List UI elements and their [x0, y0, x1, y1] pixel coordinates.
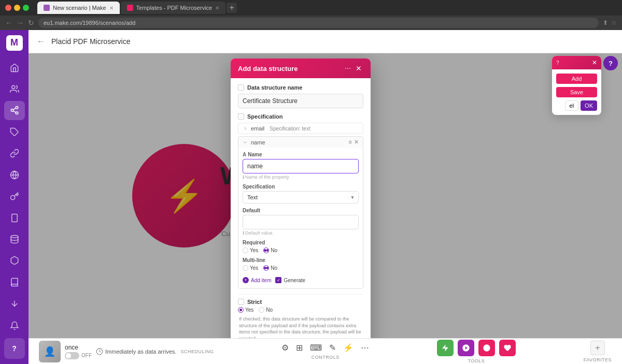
- spec-item-email[interactable]: email Specification: text: [238, 123, 363, 134]
- secondary-panel-body: Add Save el OK: [552, 69, 601, 115]
- specification-select[interactable]: Text Number Boolean Date Array Object: [243, 191, 359, 203]
- modal-close-icon[interactable]: ✕: [354, 64, 363, 73]
- secondary-cancel-button[interactable]: el: [565, 100, 579, 111]
- sidebar-logo[interactable]: M: [6, 35, 23, 51]
- name-hint-text: Name of the property.: [245, 174, 290, 180]
- default-field-input[interactable]: [243, 215, 359, 229]
- scheduling-toggle[interactable]: [65, 352, 79, 359]
- sidebar-item-bell[interactable]: [4, 315, 25, 336]
- more-icon[interactable]: ⋯: [361, 343, 369, 353]
- share-nav-icon[interactable]: ⬆: [603, 19, 608, 26]
- help-bubble[interactable]: ?: [603, 56, 618, 70]
- secondary-add-button[interactable]: Add: [556, 74, 597, 84]
- add-item-container: + Add item: [243, 277, 271, 283]
- required-label: Required: [243, 240, 359, 245]
- multiline-yes-label: Yes: [250, 265, 258, 271]
- data-structure-name-input[interactable]: [238, 94, 363, 108]
- tab-close-pdf[interactable]: ✕: [215, 5, 219, 11]
- sidebar-item-help[interactable]: ?: [4, 338, 25, 359]
- sidebar-item-device[interactable]: [4, 208, 25, 227]
- keyboard-icon[interactable]: ⌨: [310, 343, 322, 353]
- multiline-no-label: No: [271, 265, 277, 271]
- add-item-row: + Add item ✓ Generate: [243, 275, 359, 284]
- strict-no-radio[interactable]: [259, 307, 264, 313]
- bookmark-icon[interactable]: ☆: [611, 19, 617, 26]
- sidebar-item-puzzle[interactable]: [4, 122, 25, 141]
- multiline-no-option[interactable]: No: [263, 265, 277, 271]
- name-item-menu-icon[interactable]: ≡: [349, 139, 352, 145]
- add-data-structure-modal: Add data structure ⋯ ✕ Data structure na…: [231, 59, 371, 338]
- immediately-text: Immediately as data arrives.: [105, 348, 177, 355]
- reload-button[interactable]: ↻: [28, 19, 34, 27]
- tab-make[interactable]: New scenario | Make ✕: [37, 2, 120, 14]
- multiline-no-radio[interactable]: [263, 265, 269, 271]
- modal-overlay: Add data structure ⋯ ✕ Data structure na…: [29, 53, 622, 338]
- name-item-close-icon[interactable]: ✕: [354, 139, 359, 145]
- tools-icons: [437, 340, 516, 356]
- tab-close-make[interactable]: ✕: [109, 5, 114, 11]
- maximize-dot[interactable]: [23, 5, 29, 11]
- sidebar-item-book[interactable]: [4, 272, 25, 292]
- sidebar-item-home[interactable]: [4, 58, 25, 77]
- default-field-hint: ℹ Default value.: [243, 230, 359, 236]
- data-structure-name-section: Data structure name: [238, 84, 363, 108]
- tab-label-make: New scenario | Make: [53, 5, 106, 11]
- sidebar-item-share[interactable]: [4, 101, 25, 120]
- add-favorite-button[interactable]: +: [590, 341, 605, 355]
- spec-type-email: Specification: text: [270, 126, 310, 132]
- tools-green-icon[interactable]: [437, 340, 454, 356]
- strict-yes-radio[interactable]: [238, 307, 244, 313]
- sidebar-item-globe[interactable]: [4, 165, 25, 184]
- grid-icon[interactable]: ⊞: [296, 343, 303, 353]
- strict-checkbox[interactable]: [238, 299, 244, 305]
- tab-pdf[interactable]: Templates - PDF Microservice ✕: [121, 2, 226, 14]
- sidebar-item-box[interactable]: [4, 251, 25, 270]
- name-field-input[interactable]: [243, 159, 359, 173]
- tools-red2-icon[interactable]: [499, 340, 516, 356]
- required-radio-group: Yes No: [243, 247, 359, 253]
- hint-icon: ℹ: [243, 174, 244, 180]
- sidebar-item-branch[interactable]: [4, 294, 25, 313]
- content-area: ← Placid PDF Microservice ⚡ W Cu Add dat…: [29, 30, 622, 364]
- flow-icon[interactable]: ⚡: [343, 343, 354, 353]
- minimize-dot[interactable]: [14, 5, 20, 11]
- immediately-section: Immediately as data arrives.: [96, 348, 177, 355]
- toggle-row: OFF: [65, 352, 92, 359]
- required-yes-option[interactable]: Yes: [243, 247, 258, 253]
- required-yes-radio[interactable]: [243, 247, 248, 253]
- required-no-option[interactable]: No: [263, 247, 277, 253]
- back-button[interactable]: ←: [5, 19, 12, 27]
- back-button[interactable]: ←: [37, 37, 45, 46]
- required-no-radio[interactable]: [263, 247, 269, 253]
- spec-key-email: email: [251, 125, 264, 132]
- new-tab-button[interactable]: +: [227, 3, 237, 13]
- tools-red-icon[interactable]: [478, 340, 495, 356]
- default-field-label: Default: [243, 208, 359, 213]
- secondary-ok-button[interactable]: OK: [581, 100, 597, 111]
- spec-key-name: name: [251, 139, 265, 145]
- svg-point-1: [16, 107, 18, 109]
- add-item-button[interactable]: Add item: [251, 278, 271, 283]
- multiline-yes-radio[interactable]: [243, 265, 248, 271]
- settings-icon[interactable]: ⚙: [281, 343, 289, 353]
- sidebar-item-key[interactable]: [4, 186, 25, 206]
- sidebar-item-database[interactable]: [4, 229, 25, 249]
- forward-button[interactable]: →: [17, 19, 24, 27]
- strict-yes-option[interactable]: Yes: [238, 307, 253, 313]
- sidebar-item-users[interactable]: [4, 79, 25, 98]
- secondary-save-button[interactable]: Save: [556, 87, 597, 97]
- name-section-checkbox[interactable]: [238, 84, 244, 91]
- close-dot[interactable]: [5, 5, 11, 11]
- generate-checkbox[interactable]: ✓: [275, 277, 281, 283]
- multiline-yes-option[interactable]: Yes: [243, 265, 258, 271]
- edit-icon[interactable]: ✎: [329, 343, 336, 353]
- secondary-panel-close[interactable]: ✕: [592, 59, 597, 66]
- clock-icon: [96, 348, 103, 355]
- spec-section-checkbox[interactable]: [238, 113, 244, 120]
- modal-menu-icon[interactable]: ⋯: [345, 65, 351, 72]
- address-bar[interactable]: eu1.make.com/19896/scenarios/add: [38, 18, 599, 28]
- modal-body: Data structure name Specification: [231, 78, 371, 338]
- sidebar-item-link[interactable]: [4, 144, 25, 163]
- strict-no-option[interactable]: No: [259, 307, 273, 313]
- tools-purple-icon[interactable]: [458, 340, 474, 356]
